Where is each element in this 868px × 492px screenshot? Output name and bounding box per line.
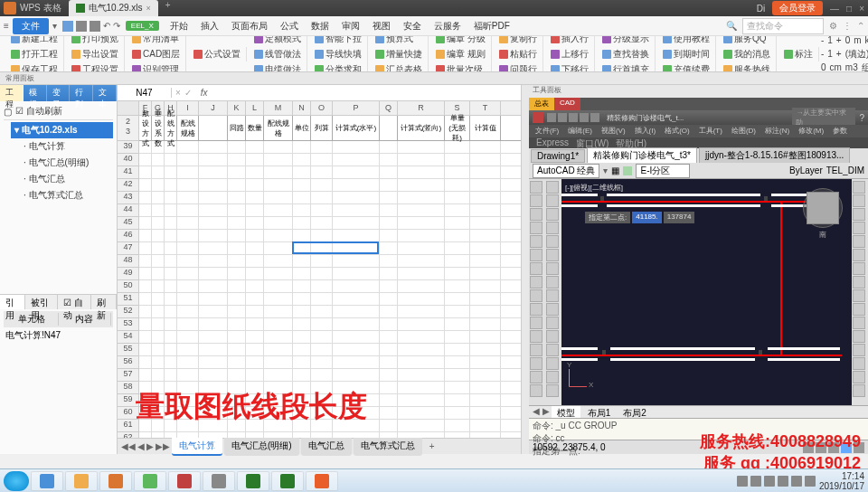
cad-layer-select[interactable]: E-I分区	[636, 164, 690, 178]
cell[interactable]	[264, 166, 293, 178]
row-header[interactable]: 46	[118, 230, 138, 242]
cell[interactable]	[293, 217, 311, 229]
cell[interactable]	[398, 255, 445, 267]
lb-row[interactable]: 电气计算!N47	[4, 327, 113, 344]
cad-layout-tab[interactable]: 布局1	[582, 406, 617, 418]
cell[interactable]	[293, 192, 311, 203]
cell[interactable]	[398, 204, 445, 216]
cell[interactable]	[264, 293, 293, 305]
menu-collapse-icon[interactable]: ≡	[4, 21, 9, 31]
cell[interactable]	[445, 280, 470, 292]
cell[interactable]	[199, 192, 228, 203]
cell[interactable]	[139, 242, 152, 254]
cad-tool-button[interactable]	[530, 317, 542, 329]
cell[interactable]	[380, 268, 398, 279]
cell[interactable]	[228, 217, 246, 229]
cell[interactable]	[264, 394, 293, 406]
cell[interactable]	[152, 154, 165, 166]
cell[interactable]	[264, 344, 293, 355]
cad-tool-button[interactable]	[530, 194, 542, 207]
cell[interactable]	[139, 154, 152, 166]
cell[interactable]	[293, 255, 311, 267]
cell[interactable]	[333, 420, 380, 431]
left-tab[interactable]: 模板	[24, 85, 47, 101]
row-header[interactable]: 62	[118, 432, 138, 438]
cad-tool-button[interactable]	[546, 303, 559, 316]
cell[interactable]	[311, 255, 333, 267]
cell[interactable]	[311, 154, 333, 166]
cell[interactable]	[264, 432, 293, 438]
sheet-tab[interactable]: 电气算式汇总	[354, 438, 422, 456]
cad-menu-item[interactable]: 插入(I)	[632, 125, 659, 137]
tree-item[interactable]: · 电气汇总(明细)	[20, 155, 113, 171]
cell[interactable]	[398, 179, 445, 191]
cell[interactable]	[165, 331, 177, 343]
cad-ltab-nav[interactable]: ◀ ▶	[533, 406, 550, 418]
cell[interactable]	[139, 331, 152, 343]
cell[interactable]	[139, 230, 152, 241]
cad-tool-button[interactable]	[853, 344, 865, 356]
more-icon[interactable]: ⋮	[843, 21, 852, 31]
cell[interactable]	[398, 420, 445, 431]
cell[interactable]	[177, 432, 199, 438]
cell[interactable]	[246, 420, 264, 431]
cell[interactable]	[470, 369, 501, 381]
cell[interactable]	[165, 356, 177, 368]
cell[interactable]	[333, 382, 380, 393]
cell[interactable]	[177, 280, 199, 292]
cell[interactable]	[139, 293, 152, 305]
row-header[interactable]: 51	[118, 293, 138, 306]
tree-item[interactable]: · 电气算式汇总	[20, 187, 113, 203]
cad-tool-button[interactable]	[853, 262, 865, 275]
cell[interactable]	[199, 293, 228, 305]
cell[interactable]	[165, 344, 177, 355]
row-header[interactable]: 49	[118, 268, 138, 280]
lb-tab[interactable]: 刷新	[91, 295, 117, 309]
task-item[interactable]	[271, 471, 304, 491]
cell[interactable]	[311, 293, 333, 305]
cell[interactable]	[311, 369, 333, 381]
cell[interactable]	[177, 230, 199, 241]
cell[interactable]	[333, 204, 380, 216]
cell[interactable]	[199, 382, 228, 393]
cell[interactable]	[139, 407, 152, 419]
cell[interactable]	[165, 369, 177, 381]
cell[interactable]	[228, 293, 246, 305]
ribbon-button[interactable]: 预算式	[373, 36, 424, 46]
cell[interactable]	[470, 382, 501, 393]
cell[interactable]	[246, 192, 264, 203]
lb-tab[interactable]: 被引用	[25, 295, 58, 309]
ribbon-button[interactable]: 分级显示	[600, 36, 651, 46]
cell[interactable]	[228, 154, 246, 166]
row-header[interactable]: 57	[118, 369, 138, 382]
cad-tool-button[interactable]	[530, 208, 542, 221]
cell[interactable]	[139, 369, 152, 381]
cell[interactable]	[398, 369, 445, 381]
cell[interactable]	[199, 280, 228, 292]
cell[interactable]	[264, 382, 293, 393]
qa-preview-icon[interactable]	[90, 21, 100, 32]
cell[interactable]	[445, 369, 470, 381]
cell[interactable]	[398, 154, 445, 166]
col-header[interactable]: L	[246, 101, 264, 115]
file-dropdown-icon[interactable]: ▾	[52, 21, 57, 31]
cell[interactable]	[246, 242, 264, 254]
cell[interactable]	[398, 306, 445, 317]
cell[interactable]	[398, 394, 445, 406]
cell[interactable]	[470, 344, 501, 355]
cell[interactable]	[311, 432, 333, 438]
cell[interactable]	[177, 192, 199, 203]
ribbon-button[interactable]: 电缆做法	[252, 62, 303, 73]
row-header[interactable]: 55	[118, 344, 138, 356]
col-header[interactable]: R	[398, 101, 445, 115]
cell[interactable]	[264, 280, 293, 292]
cell[interactable]	[139, 166, 152, 178]
ribbon-button[interactable]: 服务热线	[722, 62, 772, 73]
cell[interactable]	[177, 217, 199, 229]
row-header[interactable]: 40	[118, 154, 138, 166]
menu-item[interactable]: 插入	[195, 18, 224, 34]
task-item[interactable]	[65, 471, 98, 491]
cell[interactable]	[177, 420, 199, 431]
login-button[interactable]: 会员登录	[772, 1, 823, 15]
cell[interactable]	[139, 344, 152, 355]
